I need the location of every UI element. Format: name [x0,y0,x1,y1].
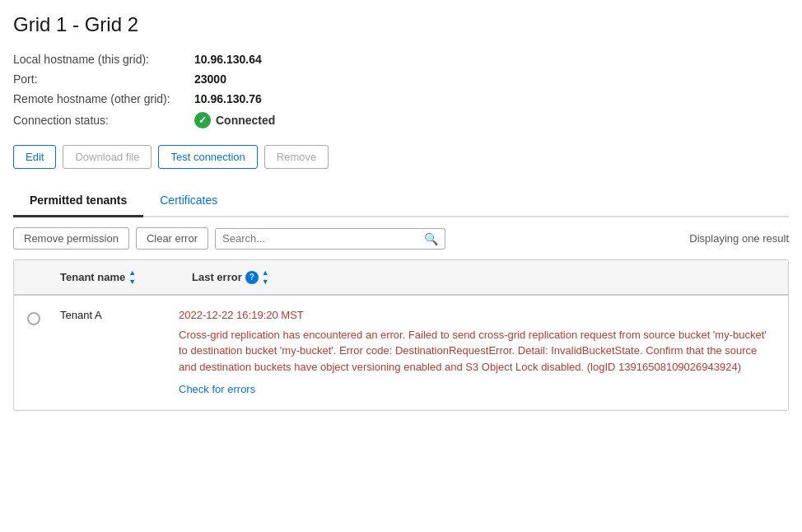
tenant-sort-icon[interactable]: ▲ ▼ [128,268,136,286]
tab-certificates[interactable]: Certificates [143,185,234,216]
remote-hostname-row: Remote hostname (other grid): 10.96.130.… [13,92,789,105]
info-section: Local hostname (this grid): 10.96.130.64… [13,53,789,128]
local-hostname-label: Local hostname (this grid): [13,53,194,66]
error-message: Cross-grid replication has encountered a… [179,327,775,376]
search-icon: 🔍 [424,232,438,245]
edit-button[interactable]: Edit [13,145,56,169]
error-timestamp: 2022-12-22 16:19:20 MST [179,307,775,324]
port-row: Port: 23000 [13,72,789,86]
last-error-help-icon[interactable]: ? [245,271,259,284]
connection-status-value: ✓ Connected [194,112,275,128]
results-count: Displaying one result [689,232,789,245]
action-buttons: Edit Download file Test connection Remov… [13,145,789,169]
connected-check-icon: ✓ [194,112,211,128]
last-error-col: Last error ? ▲ ▼ [192,268,775,286]
page-title: Grid 1 - Grid 2 [13,13,789,36]
port-label: Port: [13,72,194,86]
clear-error-button[interactable]: Clear error [136,227,208,250]
check-errors-link[interactable]: Check for errors [179,383,255,395]
tenant-name-col: Tenant name ▲ ▼ [60,268,192,286]
connection-status-label: Connection status: [13,114,194,127]
table-header: Tenant name ▲ ▼ Last error ? ▲ ▼ [14,260,788,296]
remove-button[interactable]: Remove [264,145,329,169]
tenant-name-cell: Tenant A [60,307,179,321]
table-row: Tenant A 2022-12-22 16:19:20 MST Cross-g… [14,296,788,410]
tab-bar: Permitted tenants Certificates [13,185,789,217]
local-hostname-value: 10.96.130.64 [194,53,262,66]
error-sort-icon[interactable]: ▲ ▼ [262,268,269,286]
tenants-table: Tenant name ▲ ▼ Last error ? ▲ ▼ Tenant … [13,259,789,411]
port-value: 23000 [194,72,226,86]
test-connection-button[interactable]: Test connection [158,145,257,169]
remote-hostname-label: Remote hostname (other grid): [13,92,194,105]
download-button[interactable]: Download file [63,145,152,169]
connection-status-row: Connection status: ✓ Connected [13,112,789,128]
search-box[interactable]: 🔍 [215,228,445,250]
toolbar: Remove permission Clear error 🔍 Displayi… [13,217,789,259]
row-radio-col[interactable] [27,307,60,325]
search-input[interactable] [222,232,424,245]
remove-permission-button[interactable]: Remove permission [13,227,129,250]
local-hostname-row: Local hostname (this grid): 10.96.130.64 [13,53,789,66]
remote-hostname-value: 10.96.130.76 [194,92,262,105]
tab-permitted-tenants[interactable]: Permitted tenants [13,185,143,217]
error-cell: 2022-12-22 16:19:20 MST Cross-grid repli… [179,307,775,398]
row-radio-button[interactable] [27,312,40,325]
